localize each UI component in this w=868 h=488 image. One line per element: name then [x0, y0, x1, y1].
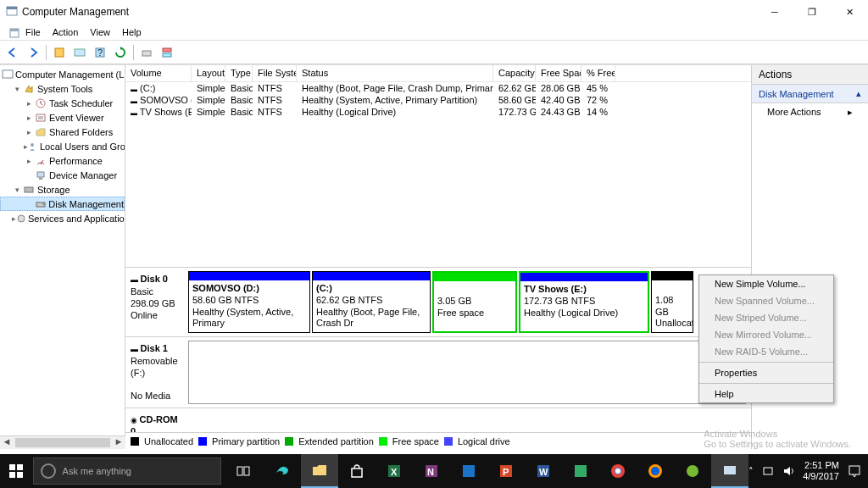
task-view-icon[interactable] — [226, 454, 264, 488]
app-icon[interactable] — [711, 454, 748, 488]
disk-row-cd[interactable]: ◉ CD-ROM 0DVD (G:)No Media — [125, 408, 751, 432]
tree-services-apps[interactable]: ▸Services and Applications — [0, 211, 125, 225]
app-icon[interactable] — [562, 454, 599, 488]
onenote-icon[interactable]: N — [413, 454, 450, 488]
powerpoint-icon[interactable]: P — [487, 454, 525, 488]
explorer-icon[interactable] — [301, 454, 338, 488]
actions-disk-management[interactable]: Disk Management▴ — [752, 85, 868, 103]
actions-more[interactable]: More Actions▸ — [752, 103, 868, 120]
partition-free[interactable]: 3.05 GBFree space — [432, 271, 517, 333]
tree-device-manager[interactable]: Device Manager — [0, 168, 125, 182]
col-volume[interactable]: Volume — [125, 65, 192, 81]
col-fs[interactable]: File System — [253, 65, 297, 81]
toolbar-icon[interactable]: ? — [91, 43, 109, 62]
svg-point-44 — [651, 467, 659, 475]
partition-d[interactable]: SOMOVSO (D:)58.60 GB NTFSHealthy (System… — [188, 271, 310, 333]
app-icon[interactable] — [450, 454, 487, 488]
menu-new-spanned-volume[interactable]: New Spanned Volume... — [699, 292, 833, 309]
disk-graphical-view: ▬ Disk 0 Basic298.09 GBOnline SOMOVSO (D… — [125, 267, 751, 432]
menu-new-raid5-volume[interactable]: New RAID-5 Volume... — [699, 343, 833, 360]
navigation-tree[interactable]: Computer Management (Local ▾System Tools… — [0, 65, 125, 449]
volume-row[interactable]: ▬ SOMOVSO (D:) SimpleBasic NTFSHealthy (… — [125, 94, 751, 106]
search-box[interactable]: Ask me anything — [33, 458, 222, 485]
partition-c[interactable]: (C:)62.62 GB NTFSHealthy (Boot, Page Fil… — [312, 271, 431, 333]
volume-row[interactable]: ▬ TV Shows (E:) SimpleBasic NTFSHealthy … — [125, 106, 751, 118]
toolbar-icon[interactable] — [50, 43, 69, 62]
tree-storage[interactable]: ▾Storage — [0, 182, 125, 197]
tree-system-tools[interactable]: ▾System Tools — [0, 81, 125, 96]
notifications-icon[interactable] — [848, 464, 861, 478]
svg-rect-19 — [39, 178, 42, 180]
svg-text:N: N — [427, 467, 434, 477]
col-free[interactable]: Free Space — [536, 65, 581, 81]
svg-rect-26 — [9, 472, 15, 478]
forward-button[interactable] — [24, 43, 42, 62]
tree-task-scheduler[interactable]: ▸Task Scheduler — [0, 96, 125, 110]
start-button[interactable] — [0, 454, 33, 488]
volume-icon[interactable] — [782, 465, 794, 477]
svg-rect-4 — [55, 48, 64, 57]
store-icon[interactable] — [338, 454, 376, 488]
minimize-button[interactable]: ─ — [756, 0, 793, 24]
titlebar: Computer Management ─ ❐ ✕ — [0, 0, 868, 24]
svg-text:P: P — [503, 467, 509, 477]
menu-help[interactable]: Help — [699, 385, 833, 402]
back-button[interactable] — [3, 43, 22, 62]
menu-new-mirrored-volume[interactable]: New Mirrored Volume... — [699, 326, 833, 343]
activate-windows-watermark: Activate Windows Go to Settings to activ… — [704, 429, 851, 449]
toolbar: ? — [0, 41, 868, 64]
tree-local-users[interactable]: ▸Local Users and Groups — [0, 139, 125, 153]
col-capacity[interactable]: Capacity — [493, 65, 536, 81]
svg-rect-39 — [575, 465, 587, 477]
toolbar-icon[interactable] — [137, 43, 156, 62]
tree-shared-folders[interactable]: ▸Shared Folders — [0, 125, 125, 139]
menu-new-simple-volume[interactable]: New Simple Volume... — [699, 275, 833, 292]
tree-root[interactable]: Computer Management (Local — [0, 67, 125, 81]
col-pct[interactable]: % Free — [581, 65, 615, 81]
menu-action[interactable]: Action — [47, 25, 84, 39]
svg-rect-48 — [849, 466, 860, 474]
col-status[interactable]: Status — [297, 65, 493, 81]
firefox-icon[interactable] — [637, 454, 674, 488]
close-button[interactable]: ✕ — [831, 0, 868, 24]
col-layout[interactable]: Layout — [192, 65, 225, 81]
svg-rect-9 — [163, 48, 171, 52]
word-icon[interactable]: W — [525, 454, 562, 488]
volumes-list[interactable]: ▬ (C:) SimpleBasic NTFSHealthy (Boot, Pa… — [125, 82, 751, 267]
menu-properties[interactable]: Properties — [699, 364, 833, 381]
toolbar-icon[interactable] — [70, 43, 89, 62]
menu-help[interactable]: Help — [117, 25, 147, 39]
volumes-header[interactable]: Volume Layout Type File System Status Ca… — [125, 65, 751, 82]
volume-row[interactable]: ▬ (C:) SimpleBasic NTFSHealthy (Boot, Pa… — [125, 82, 751, 94]
disk-row-1[interactable]: ▬ Disk 1Removable (F:)No Media — [125, 337, 751, 408]
svg-point-42 — [615, 469, 620, 474]
edge-icon[interactable] — [264, 454, 301, 488]
svg-rect-1 — [7, 7, 17, 9]
svg-point-23 — [18, 215, 25, 222]
tree-disk-management[interactable]: Disk Management — [0, 197, 125, 211]
maximize-button[interactable]: ❐ — [793, 0, 831, 24]
toolbar-icon[interactable] — [158, 43, 176, 62]
taskbar[interactable]: Ask me anything X N P W ˄ 2:51 PM4/9/201… — [0, 454, 868, 488]
col-type[interactable]: Type — [225, 65, 253, 81]
clock[interactable]: 2:51 PM4/9/2017 — [803, 460, 839, 482]
chrome-icon[interactable] — [599, 454, 637, 488]
excel-icon[interactable]: X — [376, 454, 413, 488]
network-icon[interactable] — [762, 465, 774, 477]
disk-row-0[interactable]: ▬ Disk 0 Basic298.09 GBOnline SOMOVSO (D… — [125, 268, 751, 337]
file-icon — [3, 25, 17, 39]
svg-rect-34 — [463, 465, 475, 477]
menu-file[interactable]: File — [20, 25, 46, 39]
partition-e[interactable]: TV Shows (E:)172.73 GB NTFSHealthy (Logi… — [519, 271, 649, 333]
partition-unallocated[interactable]: 1.08 GBUnallocate — [651, 271, 693, 333]
menu-new-striped-volume[interactable]: New Striped Volume... — [699, 309, 833, 326]
tray-chevron-icon[interactable]: ˄ — [748, 466, 754, 477]
tree-scrollbar[interactable]: ◄► — [0, 435, 125, 449]
refresh-button[interactable] — [111, 43, 130, 62]
system-tray[interactable]: ˄ 2:51 PM4/9/2017 — [748, 460, 868, 482]
svg-point-45 — [687, 465, 698, 477]
tree-performance[interactable]: ▸Performance — [0, 153, 125, 168]
app-icon[interactable] — [674, 454, 711, 488]
menu-view[interactable]: View — [85, 25, 115, 39]
tree-event-viewer[interactable]: ▸Event Viewer — [0, 110, 125, 125]
